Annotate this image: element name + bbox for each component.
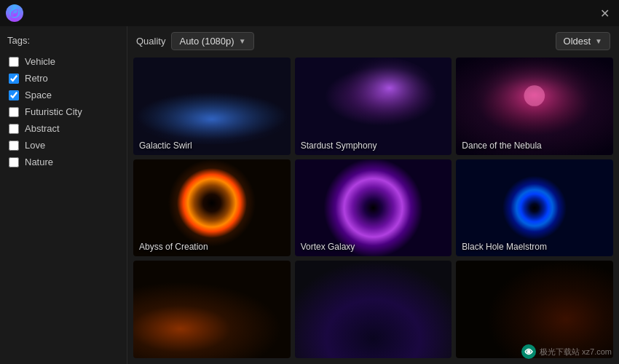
wallpaper-item-partial2[interactable] xyxy=(295,261,452,358)
tag-checkbox-futuristic-city[interactable] xyxy=(9,107,19,117)
logo-icon xyxy=(9,7,20,19)
quality-value: Auto (1080p) xyxy=(179,36,234,47)
wallpaper-label-abyss-creation: Abyss of Creation xyxy=(139,242,208,252)
close-button[interactable]: ✕ xyxy=(596,4,613,22)
wallpaper-item-black-hole[interactable]: Black Hole Maelstrom xyxy=(456,159,613,257)
quality-dropdown[interactable]: Auto (1080p) ▼ xyxy=(171,32,253,50)
wallpaper-grid: Galactic SwirlStardust SymphonyDance of … xyxy=(127,56,619,364)
wallpaper-overlay-partial2 xyxy=(295,261,452,358)
tag-label-space: Space xyxy=(25,90,52,100)
wallpaper-label-stardust-symphony: Stardust Symphony xyxy=(301,141,377,151)
app-logo xyxy=(6,4,23,22)
quality-label: Quality xyxy=(136,36,165,47)
tag-item-love[interactable]: Love xyxy=(7,137,119,154)
tag-item-retro[interactable]: Retro xyxy=(7,70,119,87)
tag-label-abstract: Abstract xyxy=(25,123,60,134)
main-container: Tags: VehicleRetroSpaceFuturistic CityAb… xyxy=(0,26,619,364)
tag-list: VehicleRetroSpaceFuturistic CityAbstract… xyxy=(7,53,119,170)
tag-label-futuristic-city: Futuristic City xyxy=(25,106,82,117)
sidebar: Tags: VehicleRetroSpaceFuturistic CityAb… xyxy=(0,26,127,364)
tag-item-nature[interactable]: Nature xyxy=(7,154,119,170)
tag-checkbox-space[interactable] xyxy=(9,90,19,100)
wallpaper-label-black-hole: Black Hole Maelstrom xyxy=(462,242,547,252)
tag-item-vehicle[interactable]: Vehicle xyxy=(7,53,119,70)
wallpaper-item-partial1[interactable] xyxy=(133,261,291,358)
tag-item-futuristic-city[interactable]: Futuristic City xyxy=(7,103,119,120)
tag-label-love: Love xyxy=(25,140,45,151)
wallpaper-item-abyss-creation[interactable]: Abyss of Creation xyxy=(133,159,291,257)
sort-chevron-icon: ▼ xyxy=(595,37,602,45)
wallpaper-item-vortex-galaxy[interactable]: Vortex Galaxy xyxy=(295,159,452,257)
tag-checkbox-nature[interactable] xyxy=(9,157,19,167)
toolbar: Quality Auto (1080p) ▼ Oldest ▼ xyxy=(127,26,619,56)
wallpaper-label-galactic-swirl: Galactic Swirl xyxy=(139,141,192,151)
tag-label-vehicle: Vehicle xyxy=(25,56,55,67)
svg-point-5 xyxy=(524,85,545,106)
toolbar-left: Quality Auto (1080p) ▼ xyxy=(136,32,254,50)
content-area: Quality Auto (1080p) ▼ Oldest ▼ Galactic… xyxy=(127,26,619,364)
watermark-icon xyxy=(521,344,537,360)
sort-dropdown[interactable]: Oldest ▼ xyxy=(556,32,610,50)
svg-point-3 xyxy=(328,58,439,134)
wallpaper-item-dance-nebula[interactable]: Dance of the Nebula xyxy=(456,58,613,155)
tag-checkbox-retro[interactable] xyxy=(9,74,19,84)
svg-point-7 xyxy=(527,350,530,354)
tag-label-retro: Retro xyxy=(25,73,48,84)
sort-value: Oldest xyxy=(564,36,591,47)
title-bar: ✕ xyxy=(0,0,619,26)
wallpaper-overlay-partial1 xyxy=(133,261,291,358)
watermark-text: 极光下载站 xz7.com xyxy=(540,347,612,357)
svg-point-2 xyxy=(133,82,291,144)
tags-title: Tags: xyxy=(7,35,119,46)
tag-item-space[interactable]: Space xyxy=(7,87,119,103)
wallpaper-item-stardust-symphony[interactable]: Stardust Symphony xyxy=(295,58,452,155)
tag-checkbox-vehicle[interactable] xyxy=(9,57,19,67)
quality-chevron-icon: ▼ xyxy=(239,37,246,45)
tag-checkbox-love[interactable] xyxy=(9,141,19,151)
wallpaper-label-dance-nebula: Dance of the Nebula xyxy=(462,141,541,151)
wallpaper-label-vortex-galaxy: Vortex Galaxy xyxy=(301,242,355,252)
tag-item-abstract[interactable]: Abstract xyxy=(7,120,119,137)
tag-checkbox-abstract[interactable] xyxy=(9,124,19,134)
tag-label-nature: Nature xyxy=(25,157,53,167)
wallpaper-item-galactic-swirl[interactable]: Galactic Swirl xyxy=(133,58,291,155)
